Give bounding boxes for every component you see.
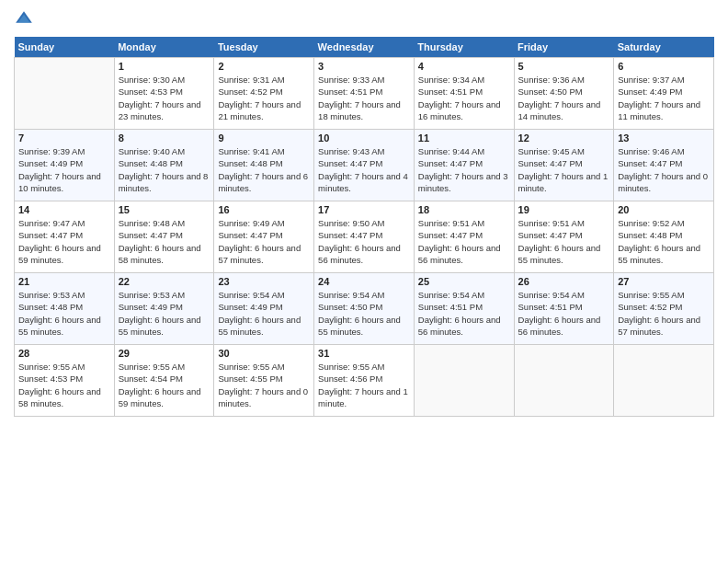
week-row-4: 21Sunrise: 9:53 AMSunset: 4:48 PMDayligh…: [15, 273, 714, 345]
day-number: 31: [318, 348, 410, 359]
weekday-header-thursday: Thursday: [414, 37, 514, 58]
day-number: 23: [218, 276, 310, 287]
day-info: Sunrise: 9:41 AMSunset: 4:48 PMDaylight:…: [218, 145, 310, 194]
day-info: Sunrise: 9:30 AMSunset: 4:53 PMDaylight:…: [119, 74, 210, 122]
logo: [14, 9, 38, 29]
day-number: 2: [218, 61, 310, 72]
day-info: Sunrise: 9:39 AMSunset: 4:49 PMDaylight:…: [18, 145, 110, 194]
day-info: Sunrise: 9:49 AMSunset: 4:47 PMDaylight:…: [218, 217, 310, 266]
day-number: 14: [18, 204, 110, 215]
calendar-cell: 21Sunrise: 9:53 AMSunset: 4:48 PMDayligh…: [15, 273, 115, 345]
calendar-cell: 9Sunrise: 9:41 AMSunset: 4:48 PMDaylight…: [214, 130, 314, 201]
calendar-cell: 13Sunrise: 9:46 AMSunset: 4:47 PMDayligh…: [614, 130, 714, 201]
day-number: 17: [318, 204, 410, 215]
day-info: Sunrise: 9:54 AMSunset: 4:49 PMDaylight:…: [218, 289, 310, 338]
calendar-cell: 25Sunrise: 9:54 AMSunset: 4:51 PMDayligh…: [414, 273, 514, 345]
calendar-cell: 16Sunrise: 9:49 AMSunset: 4:47 PMDayligh…: [214, 201, 314, 273]
day-info: Sunrise: 9:44 AMSunset: 4:47 PMDaylight:…: [418, 145, 510, 194]
day-number: 12: [518, 132, 610, 144]
day-number: 5: [518, 61, 610, 72]
calendar-cell: 29Sunrise: 9:55 AMSunset: 4:54 PMDayligh…: [114, 345, 214, 417]
calendar-cell: 27Sunrise: 9:55 AMSunset: 4:52 PMDayligh…: [614, 273, 714, 345]
day-number: 25: [418, 276, 510, 287]
calendar-cell: 26Sunrise: 9:54 AMSunset: 4:51 PMDayligh…: [514, 273, 614, 345]
day-info: Sunrise: 9:54 AMSunset: 4:51 PMDaylight:…: [518, 289, 610, 338]
day-info: Sunrise: 9:52 AMSunset: 4:48 PMDaylight:…: [618, 217, 710, 266]
calendar-cell: 20Sunrise: 9:52 AMSunset: 4:48 PMDayligh…: [614, 201, 714, 273]
calendar-cell: [414, 345, 514, 417]
day-number: 1: [119, 61, 210, 72]
day-number: 29: [119, 348, 210, 359]
calendar-cell: 24Sunrise: 9:54 AMSunset: 4:50 PMDayligh…: [314, 273, 415, 345]
weekday-header-wednesday: Wednesday: [314, 37, 415, 58]
weekday-header-tuesday: Tuesday: [214, 37, 314, 58]
week-row-1: 1Sunrise: 9:30 AMSunset: 4:53 PMDaylight…: [15, 58, 714, 130]
calendar-cell: [614, 345, 714, 417]
day-number: 6: [618, 61, 710, 72]
day-number: 26: [518, 276, 610, 287]
day-info: Sunrise: 9:31 AMSunset: 4:52 PMDaylight:…: [218, 74, 310, 122]
day-number: 11: [418, 132, 510, 144]
day-info: Sunrise: 9:37 AMSunset: 4:49 PMDaylight:…: [618, 74, 710, 122]
calendar-cell: 10Sunrise: 9:43 AMSunset: 4:47 PMDayligh…: [314, 130, 415, 201]
calendar-table: SundayMondayTuesdayWednesdayThursdayFrid…: [14, 37, 714, 417]
day-number: 7: [18, 132, 110, 144]
day-info: Sunrise: 9:51 AMSunset: 4:47 PMDaylight:…: [418, 217, 510, 266]
day-number: 8: [119, 132, 210, 144]
calendar-cell: 15Sunrise: 9:48 AMSunset: 4:47 PMDayligh…: [114, 201, 214, 273]
day-number: 18: [418, 204, 510, 215]
calendar-cell: 6Sunrise: 9:37 AMSunset: 4:49 PMDaylight…: [614, 58, 714, 130]
day-number: 22: [119, 276, 210, 287]
day-info: Sunrise: 9:48 AMSunset: 4:47 PMDaylight:…: [119, 217, 210, 266]
calendar-cell: 8Sunrise: 9:40 AMSunset: 4:48 PMDaylight…: [114, 130, 214, 201]
calendar-cell: 1Sunrise: 9:30 AMSunset: 4:53 PMDaylight…: [114, 58, 214, 130]
weekday-header-monday: Monday: [114, 37, 214, 58]
day-number: 27: [618, 276, 710, 287]
day-info: Sunrise: 9:50 AMSunset: 4:47 PMDaylight:…: [318, 217, 410, 266]
day-info: Sunrise: 9:45 AMSunset: 4:47 PMDaylight:…: [518, 145, 610, 194]
calendar-cell: 12Sunrise: 9:45 AMSunset: 4:47 PMDayligh…: [514, 130, 614, 201]
page-container: SundayMondayTuesdayWednesdayThursdayFrid…: [0, 0, 728, 426]
day-number: 20: [618, 204, 710, 215]
day-info: Sunrise: 9:34 AMSunset: 4:51 PMDaylight:…: [418, 74, 510, 122]
day-info: Sunrise: 9:53 AMSunset: 4:49 PMDaylight:…: [119, 289, 210, 338]
day-info: Sunrise: 9:43 AMSunset: 4:47 PMDaylight:…: [318, 145, 410, 194]
day-number: 15: [119, 204, 210, 215]
day-info: Sunrise: 9:55 AMSunset: 4:56 PMDaylight:…: [318, 361, 410, 409]
weekday-header-saturday: Saturday: [614, 37, 714, 58]
day-number: 21: [18, 276, 110, 287]
weekday-header-sunday: Sunday: [15, 37, 115, 58]
calendar-cell: 3Sunrise: 9:33 AMSunset: 4:51 PMDaylight…: [314, 58, 415, 130]
day-number: 9: [218, 132, 310, 144]
calendar-cell: [514, 345, 614, 417]
day-number: 3: [318, 61, 410, 72]
calendar-cell: 31Sunrise: 9:55 AMSunset: 4:56 PMDayligh…: [314, 345, 415, 417]
calendar-cell: 4Sunrise: 9:34 AMSunset: 4:51 PMDaylight…: [414, 58, 514, 130]
day-number: 28: [18, 348, 110, 359]
day-info: Sunrise: 9:55 AMSunset: 4:53 PMDaylight:…: [18, 361, 110, 409]
week-row-5: 28Sunrise: 9:55 AMSunset: 4:53 PMDayligh…: [15, 345, 714, 417]
day-number: 10: [318, 132, 410, 144]
day-info: Sunrise: 9:46 AMSunset: 4:47 PMDaylight:…: [618, 145, 710, 194]
logo-icon: [14, 9, 34, 29]
calendar-cell: 11Sunrise: 9:44 AMSunset: 4:47 PMDayligh…: [414, 130, 514, 201]
day-number: 24: [318, 276, 410, 287]
day-info: Sunrise: 9:36 AMSunset: 4:50 PMDaylight:…: [518, 74, 610, 122]
day-info: Sunrise: 9:51 AMSunset: 4:47 PMDaylight:…: [518, 217, 610, 266]
day-info: Sunrise: 9:33 AMSunset: 4:51 PMDaylight:…: [318, 74, 410, 122]
calendar-cell: 14Sunrise: 9:47 AMSunset: 4:47 PMDayligh…: [15, 201, 115, 273]
weekday-header-row: SundayMondayTuesdayWednesdayThursdayFrid…: [15, 37, 714, 58]
day-number: 19: [518, 204, 610, 215]
day-number: 4: [418, 61, 510, 72]
week-row-3: 14Sunrise: 9:47 AMSunset: 4:47 PMDayligh…: [15, 201, 714, 273]
day-number: 13: [618, 132, 710, 144]
calendar-cell: 28Sunrise: 9:55 AMSunset: 4:53 PMDayligh…: [15, 345, 115, 417]
day-info: Sunrise: 9:40 AMSunset: 4:48 PMDaylight:…: [119, 145, 210, 194]
header: [14, 9, 714, 29]
day-info: Sunrise: 9:55 AMSunset: 4:52 PMDaylight:…: [618, 289, 710, 338]
calendar-cell: 5Sunrise: 9:36 AMSunset: 4:50 PMDaylight…: [514, 58, 614, 130]
day-info: Sunrise: 9:47 AMSunset: 4:47 PMDaylight:…: [18, 217, 110, 266]
day-info: Sunrise: 9:55 AMSunset: 4:55 PMDaylight:…: [218, 361, 310, 409]
calendar-cell: 19Sunrise: 9:51 AMSunset: 4:47 PMDayligh…: [514, 201, 614, 273]
calendar-cell: 7Sunrise: 9:39 AMSunset: 4:49 PMDaylight…: [15, 130, 115, 201]
